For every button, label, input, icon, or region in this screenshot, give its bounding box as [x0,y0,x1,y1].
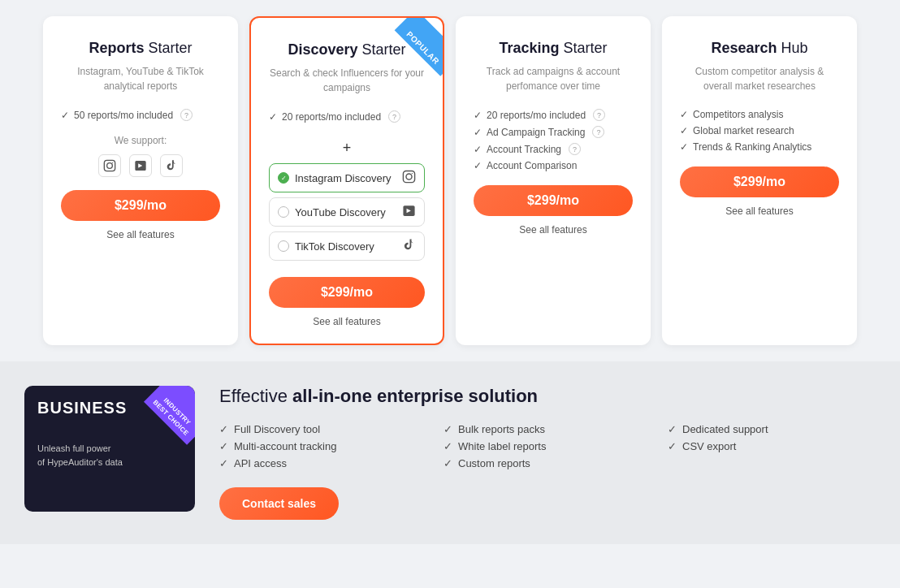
research-hub-title: Research Hub [711,39,807,58]
business-card: INDUSTRY BEST CHOICE BUSINESS Unleash fu… [24,386,195,512]
tiktok-discovery-option[interactable]: TikTok Discovery [269,231,425,261]
svg-point-4 [406,174,412,179]
plus-divider: + [343,140,352,157]
check-icon: ✓ [269,111,277,123]
contact-sales-button[interactable]: Contact sales [219,487,339,520]
discovery-starter-card: POPULAR Discovery Starter Search & check… [249,16,444,345]
instagram-discovery-option[interactable]: Instagram Discovery [269,163,425,192]
reports-starter-card: Reports Starter Instagram, YouTube & Tik… [43,16,238,345]
help-icon[interactable]: ? [569,143,581,155]
discovery-price-button[interactable]: $299/mo [269,277,425,308]
enterprise-title: Effective all-in-one enterprise solution [219,386,876,407]
tiktok-platform-icon [402,238,416,254]
check-icon: ✓ [219,440,228,452]
svg-point-5 [412,173,413,174]
research-hub-subtitle: Custom competitor analysis & overall mar… [680,64,839,93]
tracking-starter-subtitle: Track ad campaigns & account perfomance … [474,64,633,93]
ent-feature-item: ✓ API access [219,457,427,469]
feature-item: ✓ Global market research [680,123,839,139]
radio-checked-icon [278,172,289,184]
youtube-discovery-label: YouTube Discovery [295,206,386,218]
check-icon: ✓ [474,127,482,138]
check-icon: ✓ [444,440,452,452]
radio-unchecked-icon [278,206,289,218]
research-feature-list: ✓ Competitors analysis ✓ Global market r… [680,106,839,155]
ent-feature-item: ✓ Bulk reports packs [444,423,651,435]
svg-point-2 [112,162,113,163]
pricing-cards-row: Reports Starter Instagram, YouTube & Tik… [16,16,884,345]
ent-feature-label: Multi-account tracking [234,440,336,452]
instagram-discovery-label: Instagram Discovery [295,172,391,184]
ent-feature-label: Bulk reports packs [458,423,545,435]
ent-feature-label: White label reports [458,440,546,452]
ent-feature-item [668,457,876,469]
reports-see-all-link[interactable]: See all features [106,229,174,240]
feature-item: ✓ Ad Campaign Tracking ? [474,123,633,141]
youtube-discovery-option[interactable]: YouTube Discovery [269,197,425,227]
check-icon: ✓ [444,457,452,469]
ent-feature-label: API access [234,457,287,469]
tracking-starter-title: Tracking Starter [499,39,607,58]
discovery-starter-subtitle: Search & check Influencers for your camp… [269,66,425,95]
tracking-see-all-link[interactable]: See all features [519,224,586,236]
reports-starter-subtitle: Instagram, YouTube & TikTok analytical r… [61,64,220,93]
instagram-platform-icon [402,170,416,186]
research-price-button[interactable]: $299/mo [680,166,839,197]
reports-starter-title: Reports Starter [89,39,192,58]
check-icon: ✓ [474,110,482,121]
check-icon: ✓ [219,457,228,469]
help-icon[interactable]: ? [388,110,400,123]
help-icon[interactable]: ? [180,109,193,121]
feature-item: ✓ Account Tracking ? [474,141,633,158]
enterprise-section: INDUSTRY BEST CHOICE BUSINESS Unleash fu… [0,361,900,544]
check-icon: ✓ [680,125,688,136]
ent-feature-label: Custom reports [458,457,530,469]
feature-item: ✓ 50 reports/mo included ? [61,106,220,123]
feature-item: ✓ Competitors analysis [680,106,839,123]
discovery-options: Instagram Discovery YouTube Discovery [269,163,425,266]
research-see-all-link[interactable]: See all features [725,205,793,217]
ent-feature-label: CSV export [682,440,736,452]
youtube-icon [129,154,152,177]
svg-point-1 [107,163,113,169]
feature-item: ✓ 20 reports/mo included ? [474,106,633,123]
ent-feature-item: ✓ Full Discovery tool [219,423,427,435]
help-icon[interactable]: ? [593,109,605,121]
tracking-feature-list: ✓ 20 reports/mo included ? ✓ Ad Campaign… [474,106,633,174]
radio-unchecked-icon [278,240,289,252]
check-icon: ✓ [444,423,452,435]
check-icon: ✓ [61,110,69,121]
research-hub-card: Research Hub Custom competitor analysis … [662,16,857,345]
check-icon: ✓ [668,423,677,435]
ent-feature-item: ✓ White label reports [444,440,651,452]
check-icon: ✓ [668,440,677,452]
business-card-wrap: INDUSTRY BEST CHOICE BUSINESS Unleash fu… [24,386,195,512]
svg-rect-0 [104,161,115,171]
ent-feature-label: Dedicated support [682,423,768,435]
reports-feature-list: ✓ 50 reports/mo included ? [61,106,220,123]
instagram-icon [98,154,121,177]
tracking-price-button[interactable]: $299/mo [474,185,633,216]
we-support-label: We support: [115,135,167,146]
tracking-starter-card: Tracking Starter Track ad campaigns & ac… [456,16,651,345]
check-icon: ✓ [219,423,228,435]
ent-feature-item: ✓ Multi-account tracking [219,440,427,452]
discovery-see-all-link[interactable]: See all features [313,316,380,327]
youtube-platform-icon [402,204,416,220]
discovery-feature-list: ✓ 20 reports/mo included ? [269,108,425,125]
check-icon: ✓ [474,160,482,171]
business-subtitle: Unleash full power of HypeAuditor's data [37,442,182,469]
tiktok-discovery-label: TikTok Discovery [295,240,374,253]
reports-price-button[interactable]: $299/mo [61,190,220,221]
check-icon: ✓ [680,141,688,153]
discovery-starter-title: Discovery Starter [288,41,405,59]
svg-rect-3 [403,171,414,183]
enterprise-content: Effective all-in-one enterprise solution… [219,386,876,520]
ent-feature-item: ✓ CSV export [668,440,876,452]
social-icons-row [98,154,183,177]
ent-feature-item: ✓ Custom reports [444,457,651,469]
tiktok-icon [160,154,183,177]
feature-item: ✓ Account Comparison [474,158,633,174]
help-icon[interactable]: ? [592,126,604,138]
feature-item: ✓ 20 reports/mo included ? [269,108,425,125]
